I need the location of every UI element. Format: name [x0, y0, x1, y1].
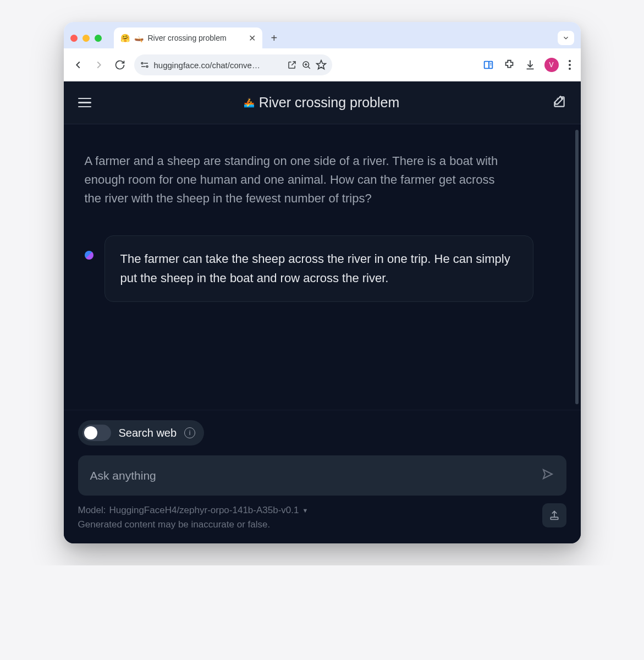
window-controls: [70, 35, 102, 42]
minimize-window-button[interactable]: [82, 35, 90, 42]
svg-point-1: [146, 66, 148, 68]
assistant-avatar-icon: [85, 251, 93, 260]
model-selector[interactable]: Model: HuggingFaceH4/zephyr-orpo-141b-A3…: [78, 503, 536, 518]
chat-app: 🚣 River crossing problem + A farmer and …: [64, 81, 581, 543]
tab-strip: 🤗 🛶 River crossing problem ✕ +: [64, 22, 581, 48]
reload-button[interactable]: [113, 58, 126, 72]
back-button[interactable]: [71, 58, 85, 72]
assistant-message-row: The farmer can take the sheep across the…: [85, 235, 560, 301]
profile-avatar[interactable]: V: [544, 58, 559, 72]
assistant-message: The farmer can take the sheep across the…: [104, 235, 533, 301]
downloads-icon[interactable]: [524, 58, 537, 72]
user-message: A farmer and a sheep are standing on one…: [85, 152, 514, 208]
page-title-emoji: 🚣: [244, 97, 255, 108]
tab-title: River crossing problem: [148, 34, 244, 42]
zoom-icon[interactable]: [301, 60, 311, 70]
forward-button[interactable]: [92, 58, 106, 72]
svg-point-0: [141, 63, 143, 64]
search-web-label: Search web: [119, 427, 177, 439]
maximize-window-button[interactable]: [95, 35, 102, 42]
disclaimer-text: Generated content may be inaccurate or f…: [78, 518, 536, 532]
new-tab-button[interactable]: +: [268, 32, 281, 45]
close-tab-icon[interactable]: ✕: [249, 33, 256, 43]
composer: Search web i Ask anything Model: Hugging…: [64, 410, 581, 543]
svg-line-14: [561, 98, 562, 99]
sidebar-toggle-button[interactable]: [78, 98, 91, 108]
reader-mode-icon[interactable]: [482, 58, 495, 72]
export-button[interactable]: [542, 503, 566, 527]
open-external-icon[interactable]: [287, 60, 297, 70]
svg-rect-9: [484, 62, 488, 69]
app-header: 🚣 River crossing problem +: [64, 81, 581, 124]
svg-text:+: +: [556, 96, 559, 101]
info-icon[interactable]: i: [184, 427, 195, 438]
chevron-down-icon: ▼: [302, 506, 308, 515]
svg-rect-16: [551, 517, 558, 519]
tabs-overflow-button[interactable]: [558, 31, 574, 45]
browser-menu-button[interactable]: [566, 58, 573, 72]
browser-toolbar: huggingface.co/chat/conve… V: [64, 48, 581, 81]
page-title: 🚣 River crossing problem: [91, 95, 552, 111]
tab-favicon: 🤗: [120, 34, 130, 42]
address-bar[interactable]: huggingface.co/chat/conve…: [134, 54, 332, 75]
chat-input[interactable]: Ask anything: [78, 455, 566, 496]
site-settings-icon: [140, 60, 150, 70]
send-button[interactable]: [541, 468, 554, 483]
scrollbar[interactable]: [575, 130, 579, 404]
chat-scroll-area[interactable]: A farmer and a sheep are standing on one…: [64, 124, 581, 410]
close-window-button[interactable]: [70, 35, 78, 42]
extensions-icon[interactable]: [503, 58, 516, 72]
bookmark-star-icon[interactable]: [316, 59, 327, 70]
chat-input-placeholder: Ask anything: [90, 469, 541, 482]
browser-window: 🤗 🛶 River crossing problem ✕ + huggingfa…: [64, 22, 581, 543]
search-web-toggle[interactable]: [82, 425, 111, 441]
edit-title-button[interactable]: +: [552, 95, 566, 111]
url-text: huggingface.co/chat/conve…: [154, 61, 283, 70]
footer-text: Model: HuggingFaceH4/zephyr-orpo-141b-A3…: [78, 503, 536, 531]
browser-tab[interactable]: 🤗 🛶 River crossing problem ✕: [114, 28, 262, 48]
search-web-toggle-row: Search web i: [78, 420, 205, 446]
composer-footer: Model: HuggingFaceH4/zephyr-orpo-141b-A3…: [78, 503, 566, 531]
svg-line-5: [308, 67, 310, 69]
tab-secondary-icon: 🛶: [134, 34, 144, 42]
svg-marker-8: [316, 61, 326, 69]
page-title-text: River crossing problem: [259, 95, 400, 111]
